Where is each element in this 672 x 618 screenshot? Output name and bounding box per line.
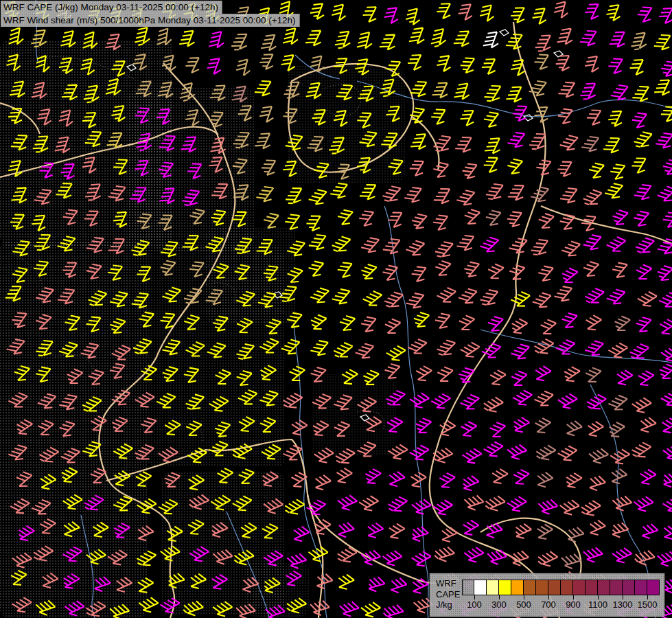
legend-tick-label: 1500 xyxy=(634,599,661,610)
legend-label: WRF CAPE J/kg xyxy=(436,578,463,610)
legend-color-cell xyxy=(635,580,647,595)
legend-tick-label: 300 xyxy=(485,599,513,610)
legend-tick-label: 100 xyxy=(461,599,488,610)
legend-color-cell xyxy=(511,580,524,595)
stipple-patch xyxy=(246,562,309,617)
legend-tick-label: 900 xyxy=(559,599,587,610)
wrf-map-canvas xyxy=(0,0,672,618)
legend-color-cell xyxy=(462,580,474,595)
legend-color-cell xyxy=(598,580,610,595)
weather-map-page: WRF CAPE (J/kg) Monday 03-11-2025 00:00 … xyxy=(0,0,672,618)
legend-color-cell xyxy=(536,580,548,595)
legend-color-cell xyxy=(623,580,635,595)
legend-color-cell xyxy=(474,580,487,595)
legend-color-cell xyxy=(487,580,499,595)
legend-label-line1: WRF xyxy=(436,578,463,589)
legend-tick-label: 500 xyxy=(510,599,537,610)
legend-color-cell xyxy=(610,580,623,595)
legend-label-line2: CAPE xyxy=(436,589,463,600)
legend-color-cell xyxy=(499,580,511,595)
stipple-patch xyxy=(287,65,405,183)
map-title-windshear: WRF Wind shear (m/s) 500/1000hPa Monday … xyxy=(1,14,300,27)
legend-color-cell xyxy=(548,580,561,595)
legend-tick-label: 1300 xyxy=(609,599,636,610)
legend-color-cell xyxy=(561,580,573,595)
map-title-cape: WRF CAPE (J/kg) Monday 03-11-2025 00:00 … xyxy=(1,1,222,14)
legend-label-line3: J/kg xyxy=(436,599,463,610)
legend-color-cell xyxy=(524,580,536,595)
legend-tick-label: 1100 xyxy=(584,599,612,610)
legend-tick-label: 700 xyxy=(535,599,562,610)
cape-legend: WRF CAPE J/kg 10030050070090011001300150… xyxy=(430,573,664,617)
legend-color-cell xyxy=(573,580,586,595)
legend-colorbar xyxy=(462,580,660,595)
legend-color-cell xyxy=(586,580,598,595)
stipple-patch xyxy=(312,374,396,455)
legend-color-cell xyxy=(647,580,660,595)
